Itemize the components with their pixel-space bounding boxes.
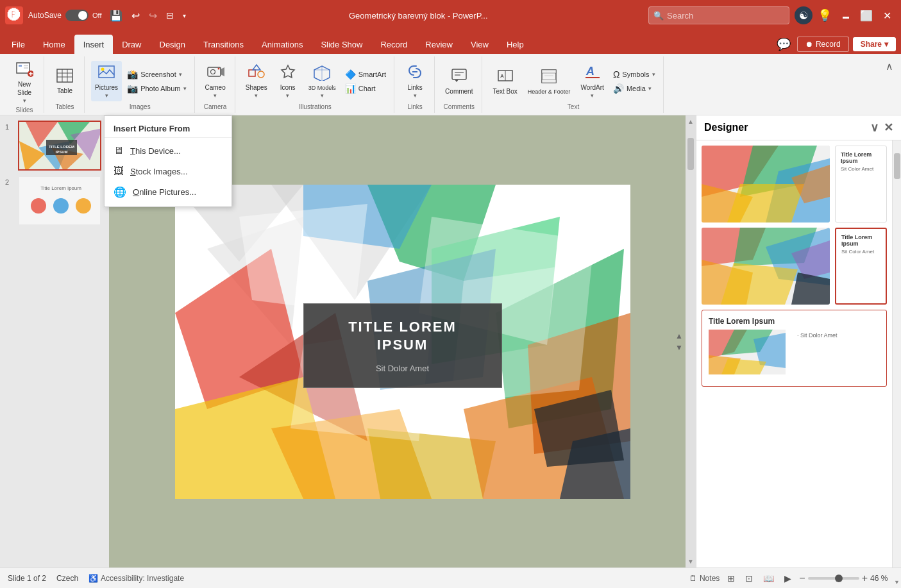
view-presenter-button[interactable]: ▶ (782, 572, 794, 585)
slide-1-thumbnail[interactable]: 1 TITLE LOREM IPSUM (5, 121, 104, 171)
view-normal-button[interactable]: ⊞ (725, 572, 737, 585)
symbols-button[interactable]: Ω Symbols ▾ (610, 68, 658, 81)
text-secondary: Ω Symbols ▾ 🔊 Media ▾ (610, 68, 658, 95)
record-button-header[interactable]: ⏺ Record (797, 37, 849, 52)
insert-from-device[interactable]: 🖥 This Device... (105, 140, 232, 161)
user-avatar[interactable]: ☯ (795, 6, 813, 24)
search-input[interactable] (648, 6, 789, 24)
design-card-1-large[interactable] (702, 146, 830, 223)
text-group-label: Text (489, 103, 657, 113)
pictures-button[interactable]: Pictures ▾ (91, 61, 122, 101)
zoom-slider[interactable] (808, 577, 859, 580)
view-reading-button[interactable]: 📖 (761, 572, 777, 585)
maximize-button[interactable]: ⬜ (857, 6, 875, 24)
tab-help[interactable]: Help (498, 35, 533, 54)
svg-point-51 (31, 198, 46, 214)
icons-button[interactable]: Icons ▾ (274, 61, 302, 101)
stock-images-icon: 🖼 (114, 165, 124, 177)
links-button[interactable]: Links ▾ (401, 61, 429, 101)
designer-header: Designer ∨ ✕ (696, 115, 901, 140)
comment-icon-ribbon (450, 67, 468, 87)
designer-scrollbar[interactable]: ▼ (892, 140, 901, 567)
svg-rect-1 (19, 65, 22, 67)
tab-transitions[interactable]: Transitions (194, 35, 253, 54)
pictures-arrow-icon: ▾ (105, 92, 108, 99)
tab-home[interactable]: Home (34, 35, 74, 54)
designer-collapse-icon[interactable]: ∨ (870, 121, 879, 135)
design-card-3[interactable]: Title Lorem Ipsum · (702, 310, 887, 387)
svg-rect-7 (57, 69, 72, 82)
redo-icon[interactable]: ↪ (146, 8, 160, 23)
svg-marker-28 (455, 80, 459, 82)
title-bar: 🅟 AutoSave Off 💾 ↩ ↪ ⊟ ▾ Geometrický bar… (0, 0, 901, 31)
customize-icon[interactable]: ⊟ (164, 9, 176, 22)
comment-button[interactable]: Comment (441, 65, 476, 97)
tab-record[interactable]: Record (371, 35, 416, 54)
design-card-1-title: Title Lorem Ipsum (841, 151, 881, 164)
new-slide-button[interactable]: New Slide ▾ (10, 59, 38, 106)
share-button[interactable]: Share ▾ (853, 37, 896, 51)
ribbon-tab-actions: 💬 ⏺ Record Share ▾ (774, 35, 901, 54)
language: Czech (56, 574, 78, 583)
three-d-models-label: 3D Models (308, 85, 336, 91)
tab-file[interactable]: File (3, 35, 34, 54)
zoom-in-button[interactable]: + (862, 573, 868, 584)
tab-slideshow[interactable]: Slide Show (312, 35, 371, 54)
comment-icon[interactable]: 💬 (774, 35, 793, 54)
tab-design[interactable]: Design (151, 35, 194, 54)
file-name: Geometrický barevný blok - PowerP... (194, 11, 643, 21)
zoom-control: − + 46 % (799, 573, 893, 584)
canvas-scrollbar[interactable]: ▲ ▼ (686, 115, 696, 567)
undo-icon[interactable]: ↩ (129, 8, 142, 23)
dropdown-arrow-icon[interactable]: ▾ (180, 11, 189, 21)
insert-stock-images[interactable]: 🖼 Stock Images... (105, 161, 232, 181)
header-footer-button[interactable]: Header & Footer (524, 65, 575, 97)
design-card-1-small[interactable]: Title Lorem Ipsum Sit Color Amet (835, 146, 887, 223)
notes-button[interactable]: 🗒 Notes (689, 574, 720, 583)
design-card-2-small[interactable]: Title Lorem Ipsum Sit Color Amet (835, 228, 887, 305)
wordart-button[interactable]: A WordArt ▾ (577, 61, 608, 101)
autosave-toggle[interactable] (65, 10, 88, 21)
slide-title-box[interactable]: TITLE LOREM IPSUM Sit Dolor Amet (303, 303, 502, 388)
slides-items: New Slide ▾ (10, 56, 38, 106)
lightbulb-icon[interactable]: 💡 (818, 8, 832, 22)
close-button[interactable]: ✕ (878, 6, 896, 24)
wordart-arrow-icon: ▾ (591, 92, 594, 99)
designer-close-icon[interactable]: ✕ (884, 121, 893, 135)
next-slide-button[interactable]: ▼ (675, 343, 683, 352)
new-slide-arrow-icon: ▾ (23, 97, 26, 104)
comments-items: Comment (441, 56, 476, 103)
slide-2-thumbnail[interactable]: 2 Title Lorem Ipsum (5, 176, 104, 226)
ribbon-collapse-button[interactable]: ∧ (883, 58, 896, 75)
device-label: This Device... (130, 146, 181, 156)
screenshot-button[interactable]: 📸 Screenshot ▾ (124, 68, 189, 81)
tab-animations[interactable]: Animations (253, 35, 312, 54)
design-card-3-title: Title Lorem Ipsum (709, 317, 880, 326)
tab-review[interactable]: Review (416, 35, 462, 54)
accessibility-button[interactable]: ♿ Accessibility: Investigate (88, 574, 184, 583)
text-box-button[interactable]: A Text Box (489, 65, 521, 97)
record-label: Record (816, 40, 841, 49)
chart-button[interactable]: 📊 Chart (342, 82, 389, 95)
tab-draw[interactable]: Draw (113, 35, 150, 54)
cameo-button[interactable]: Cameo ▾ (201, 61, 230, 101)
tab-view[interactable]: View (462, 35, 498, 54)
smartart-button[interactable]: 🔷 SmartArt (342, 68, 389, 81)
save-icon[interactable]: 💾 (107, 8, 125, 23)
smartart-label: SmartArt (358, 71, 386, 78)
table-button[interactable]: Table (51, 65, 79, 97)
zoom-out-button[interactable]: − (799, 573, 805, 584)
photo-album-button[interactable]: 📷 Photo Album ▾ (124, 82, 189, 95)
minimize-button[interactable]: 🗕 (837, 6, 855, 24)
three-d-models-button[interactable]: 3D Models ▾ (305, 62, 340, 101)
insert-online-pictures[interactable]: 🌐 Online Pictures... (105, 181, 232, 203)
media-button[interactable]: 🔊 Media ▾ (610, 82, 658, 95)
shapes-button[interactable]: Shapes ▾ (242, 61, 271, 101)
view-slide-sorter-button[interactable]: ⊡ (743, 572, 755, 585)
chart-icon: 📊 (345, 83, 356, 94)
symbols-arrow-icon: ▾ (652, 71, 655, 78)
design-card-2-large[interactable] (702, 228, 830, 305)
tab-insert[interactable]: Insert (74, 35, 114, 54)
cameo-icon (206, 63, 224, 83)
prev-slide-button[interactable]: ▲ (675, 332, 683, 340)
